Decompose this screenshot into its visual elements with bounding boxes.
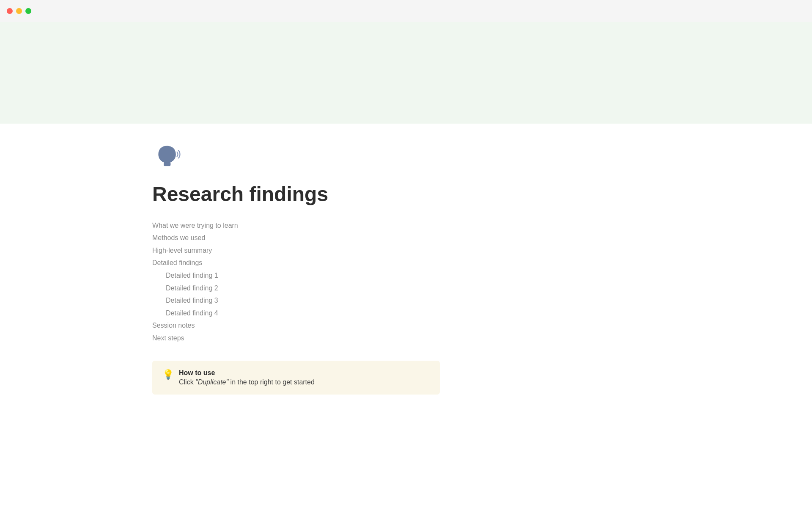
table-of-contents: What we were trying to learn Methods we … [152,220,238,344]
lightbulb-icon: 💡 [162,370,174,379]
maximize-button[interactable] [25,8,31,14]
svg-rect-0 [164,162,170,166]
toc-item-finding-3[interactable]: Detailed finding 3 [152,295,238,306]
page-title: Research findings [152,182,328,207]
page-icon [152,141,183,175]
callout-content: How to use Click "Duplicate" in the top … [179,369,315,386]
callout-text-prefix: Click [179,378,195,386]
toc-item-detailed-findings[interactable]: Detailed findings [152,257,238,268]
callout-text-suffix: in the top right to get started [228,378,315,386]
toc-item-finding-2[interactable]: Detailed finding 2 [152,283,238,294]
toc-item-next-steps[interactable]: Next steps [152,333,238,344]
toc-item-what-we-were-trying[interactable]: What we were trying to learn [152,220,238,231]
toc-item-session-notes[interactable]: Session notes [152,320,238,331]
titlebar [0,0,812,22]
content-area: Research findings What we were trying to… [0,124,812,420]
hero-banner [0,22,812,124]
toc-item-finding-4[interactable]: Detailed finding 4 [152,308,238,319]
callout-text: Click "Duplicate" in the top right to ge… [179,378,315,386]
minimize-button[interactable] [16,8,22,14]
toc-item-finding-1[interactable]: Detailed finding 1 [152,270,238,281]
toc-item-methods[interactable]: Methods we used [152,232,238,243]
callout-title: How to use [179,369,315,377]
close-button[interactable] [7,8,13,14]
how-to-use-callout: 💡 How to use Click "Duplicate" in the to… [152,361,440,395]
toc-item-high-level[interactable]: High-level summary [152,245,238,256]
callout-text-italic: "Duplicate" [195,378,228,386]
